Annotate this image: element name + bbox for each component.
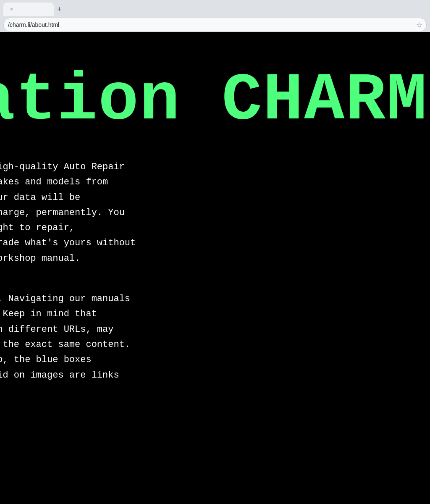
- active-tab[interactable]: ×: [3, 3, 54, 16]
- para1-line5: ight to repair,: [0, 220, 430, 236]
- hero-title: ation CHARM: [0, 67, 430, 134]
- body-paragraph-2: e. Navigating our manuals . Keep in mind…: [0, 275, 430, 391]
- para2-line2: . Keep in mind that: [0, 307, 430, 322]
- para1-line2: makes and models from: [0, 175, 430, 190]
- para2-line5: so, the blue boxes: [0, 352, 430, 368]
- address-bar: ☆: [3, 18, 427, 32]
- para2-line6: aid on images are links: [0, 368, 430, 383]
- para1-line4: charge, permanently. You: [0, 205, 430, 220]
- para2-line1: e. Navigating our manuals: [0, 291, 430, 307]
- para1-line7: workshop manual.: [0, 251, 430, 266]
- bookmark-icon[interactable]: ☆: [416, 21, 422, 29]
- new-tab-button[interactable]: +: [54, 3, 65, 16]
- hero-section: ation CHARM: [0, 34, 430, 151]
- para2-line3: th different URLs, may: [0, 322, 430, 337]
- browser-tabs-bar: × +: [0, 0, 430, 16]
- browser-chrome: × + ☆: [0, 0, 430, 32]
- tab-close-icon[interactable]: ×: [10, 6, 13, 12]
- url-input[interactable]: [8, 21, 416, 28]
- para1-line3: Our data will be: [0, 190, 430, 205]
- body-paragraph-1: High-quality Auto Repair makes and model…: [0, 151, 430, 275]
- page-content: ation CHARM High-quality Auto Repair mak…: [0, 34, 430, 504]
- para1-line1: High-quality Auto Repair: [0, 160, 430, 175]
- para1-line6: grade what's yours without: [0, 236, 430, 251]
- para2-line4: h the exact same content.: [0, 337, 430, 352]
